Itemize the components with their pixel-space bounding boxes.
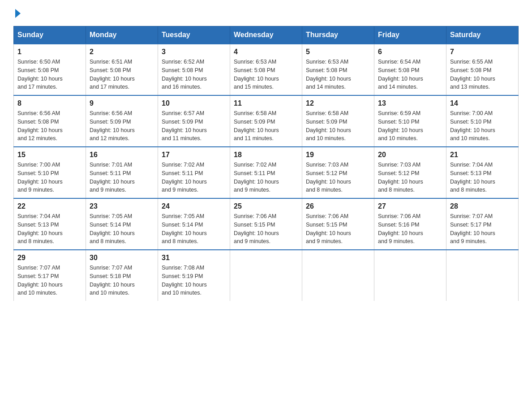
- calendar-cell: 24 Sunrise: 7:05 AMSunset: 5:14 PMDaylig…: [158, 198, 230, 250]
- calendar-cell: 11 Sunrise: 6:58 AMSunset: 5:09 PMDaylig…: [230, 95, 302, 147]
- day-info: Sunrise: 7:06 AMSunset: 5:16 PMDaylight:…: [378, 213, 423, 244]
- day-info: Sunrise: 6:58 AMSunset: 5:09 PMDaylight:…: [234, 110, 279, 141]
- day-number: 9: [90, 99, 154, 107]
- day-number: 11: [234, 99, 298, 107]
- week-row-3: 15 Sunrise: 7:00 AMSunset: 5:10 PMDaylig…: [14, 147, 519, 198]
- calendar-cell: 17 Sunrise: 7:02 AMSunset: 5:11 PMDaylig…: [158, 147, 230, 198]
- page-header: [13, 9, 519, 18]
- calendar-cell: 3 Sunrise: 6:52 AMSunset: 5:08 PMDayligh…: [158, 44, 230, 95]
- day-number: 6: [378, 48, 442, 56]
- week-row-5: 29 Sunrise: 7:07 AMSunset: 5:17 PMDaylig…: [14, 250, 519, 301]
- day-info: Sunrise: 7:06 AMSunset: 5:15 PMDaylight:…: [234, 213, 279, 244]
- calendar-cell: [374, 250, 446, 301]
- day-info: Sunrise: 7:01 AMSunset: 5:11 PMDaylight:…: [90, 162, 135, 193]
- week-row-1: 1 Sunrise: 6:50 AMSunset: 5:08 PMDayligh…: [14, 44, 519, 95]
- logo-triangle-icon: [15, 9, 21, 18]
- day-number: 30: [90, 254, 154, 262]
- day-number: 3: [162, 48, 226, 56]
- calendar-cell: 1 Sunrise: 6:50 AMSunset: 5:08 PMDayligh…: [14, 44, 86, 95]
- day-number: 27: [378, 202, 442, 210]
- calendar-cell: 21 Sunrise: 7:04 AMSunset: 5:13 PMDaylig…: [446, 147, 519, 198]
- header-thursday: Thursday: [302, 26, 374, 44]
- day-info: Sunrise: 6:54 AMSunset: 5:08 PMDaylight:…: [378, 59, 423, 90]
- calendar-cell: [302, 250, 374, 301]
- calendar-cell: 25 Sunrise: 7:06 AMSunset: 5:15 PMDaylig…: [230, 198, 302, 250]
- calendar-cell: 23 Sunrise: 7:05 AMSunset: 5:14 PMDaylig…: [86, 198, 158, 250]
- calendar-cell: 7 Sunrise: 6:55 AMSunset: 5:08 PMDayligh…: [446, 44, 519, 95]
- day-info: Sunrise: 7:00 AMSunset: 5:10 PMDaylight:…: [450, 110, 495, 141]
- header-friday: Friday: [374, 26, 446, 44]
- calendar-cell: 9 Sunrise: 6:56 AMSunset: 5:09 PMDayligh…: [86, 95, 158, 147]
- day-number: 4: [234, 48, 298, 56]
- calendar-cell: 13 Sunrise: 6:59 AMSunset: 5:10 PMDaylig…: [374, 95, 446, 147]
- calendar-cell: 22 Sunrise: 7:04 AMSunset: 5:13 PMDaylig…: [14, 198, 86, 250]
- day-number: 28: [450, 202, 515, 210]
- day-number: 19: [306, 151, 370, 159]
- header-sunday: Sunday: [14, 26, 86, 44]
- calendar-cell: 26 Sunrise: 7:06 AMSunset: 5:15 PMDaylig…: [302, 198, 374, 250]
- day-info: Sunrise: 6:53 AMSunset: 5:08 PMDaylight:…: [234, 59, 279, 90]
- day-info: Sunrise: 6:56 AMSunset: 5:09 PMDaylight:…: [90, 110, 135, 141]
- day-info: Sunrise: 7:07 AMSunset: 5:18 PMDaylight:…: [90, 265, 135, 296]
- day-info: Sunrise: 6:57 AMSunset: 5:09 PMDaylight:…: [162, 110, 207, 141]
- calendar-cell: 8 Sunrise: 6:56 AMSunset: 5:08 PMDayligh…: [14, 95, 86, 147]
- calendar-cell: 6 Sunrise: 6:54 AMSunset: 5:08 PMDayligh…: [374, 44, 446, 95]
- day-number: 29: [17, 254, 82, 262]
- day-info: Sunrise: 6:55 AMSunset: 5:08 PMDaylight:…: [450, 59, 495, 90]
- day-number: 10: [162, 99, 226, 107]
- day-info: Sunrise: 7:06 AMSunset: 5:15 PMDaylight:…: [306, 213, 351, 244]
- day-info: Sunrise: 7:03 AMSunset: 5:12 PMDaylight:…: [378, 162, 423, 193]
- day-number: 26: [306, 202, 370, 210]
- day-info: Sunrise: 6:56 AMSunset: 5:08 PMDaylight:…: [17, 110, 63, 141]
- calendar-cell: 28 Sunrise: 7:07 AMSunset: 5:17 PMDaylig…: [446, 198, 519, 250]
- day-number: 5: [306, 48, 370, 56]
- day-info: Sunrise: 7:03 AMSunset: 5:12 PMDaylight:…: [306, 162, 351, 193]
- day-info: Sunrise: 7:04 AMSunset: 5:13 PMDaylight:…: [450, 162, 495, 193]
- day-number: 15: [17, 151, 82, 159]
- day-number: 21: [450, 151, 515, 159]
- day-info: Sunrise: 7:08 AMSunset: 5:19 PMDaylight:…: [162, 265, 207, 296]
- day-number: 31: [162, 254, 226, 262]
- day-info: Sunrise: 6:52 AMSunset: 5:08 PMDaylight:…: [162, 59, 207, 90]
- calendar-cell: 18 Sunrise: 7:02 AMSunset: 5:11 PMDaylig…: [230, 147, 302, 198]
- day-number: 13: [378, 99, 442, 107]
- day-number: 7: [450, 48, 515, 56]
- calendar-cell: 19 Sunrise: 7:03 AMSunset: 5:12 PMDaylig…: [302, 147, 374, 198]
- day-info: Sunrise: 7:07 AMSunset: 5:17 PMDaylight:…: [17, 265, 63, 296]
- day-info: Sunrise: 6:58 AMSunset: 5:09 PMDaylight:…: [306, 110, 351, 141]
- calendar-cell: 15 Sunrise: 7:00 AMSunset: 5:10 PMDaylig…: [14, 147, 86, 198]
- calendar-cell: 12 Sunrise: 6:58 AMSunset: 5:09 PMDaylig…: [302, 95, 374, 147]
- week-row-2: 8 Sunrise: 6:56 AMSunset: 5:08 PMDayligh…: [14, 95, 519, 147]
- calendar-cell: 31 Sunrise: 7:08 AMSunset: 5:19 PMDaylig…: [158, 250, 230, 301]
- day-number: 25: [234, 202, 298, 210]
- logo: [13, 9, 21, 18]
- week-row-4: 22 Sunrise: 7:04 AMSunset: 5:13 PMDaylig…: [14, 198, 519, 250]
- day-info: Sunrise: 6:59 AMSunset: 5:10 PMDaylight:…: [378, 110, 423, 141]
- calendar-cell: 14 Sunrise: 7:00 AMSunset: 5:10 PMDaylig…: [446, 95, 519, 147]
- calendar-cell: 4 Sunrise: 6:53 AMSunset: 5:08 PMDayligh…: [230, 44, 302, 95]
- day-info: Sunrise: 7:00 AMSunset: 5:10 PMDaylight:…: [17, 162, 63, 193]
- header-tuesday: Tuesday: [158, 26, 230, 44]
- calendar-cell: 2 Sunrise: 6:51 AMSunset: 5:08 PMDayligh…: [86, 44, 158, 95]
- calendar-cell: [446, 250, 519, 301]
- calendar-cell: 29 Sunrise: 7:07 AMSunset: 5:17 PMDaylig…: [14, 250, 86, 301]
- day-info: Sunrise: 7:04 AMSunset: 5:13 PMDaylight:…: [17, 213, 63, 244]
- day-number: 12: [306, 99, 370, 107]
- calendar-table: SundayMondayTuesdayWednesdayThursdayFrid…: [13, 26, 519, 301]
- day-info: Sunrise: 7:07 AMSunset: 5:17 PMDaylight:…: [450, 213, 495, 244]
- calendar-cell: 27 Sunrise: 7:06 AMSunset: 5:16 PMDaylig…: [374, 198, 446, 250]
- day-number: 16: [90, 151, 154, 159]
- day-number: 23: [90, 202, 154, 210]
- calendar-cell: 5 Sunrise: 6:53 AMSunset: 5:08 PMDayligh…: [302, 44, 374, 95]
- day-info: Sunrise: 6:50 AMSunset: 5:08 PMDaylight:…: [17, 59, 63, 90]
- day-number: 2: [90, 48, 154, 56]
- calendar-cell: 10 Sunrise: 6:57 AMSunset: 5:09 PMDaylig…: [158, 95, 230, 147]
- day-info: Sunrise: 7:05 AMSunset: 5:14 PMDaylight:…: [90, 213, 135, 244]
- calendar-header-row: SundayMondayTuesdayWednesdayThursdayFrid…: [14, 26, 519, 44]
- day-number: 8: [17, 99, 82, 107]
- logo-blue-text: [13, 9, 21, 18]
- day-number: 22: [17, 202, 82, 210]
- header-wednesday: Wednesday: [230, 26, 302, 44]
- day-info: Sunrise: 7:02 AMSunset: 5:11 PMDaylight:…: [162, 162, 207, 193]
- calendar-cell: 16 Sunrise: 7:01 AMSunset: 5:11 PMDaylig…: [86, 147, 158, 198]
